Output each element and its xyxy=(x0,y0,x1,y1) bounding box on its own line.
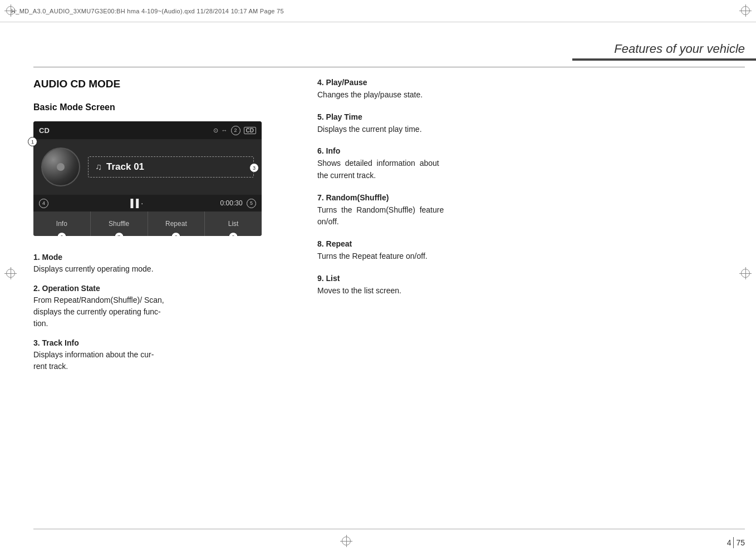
crosshair-bottom xyxy=(340,535,352,547)
title-underline xyxy=(572,58,756,61)
music-note-icon: ♫ xyxy=(95,162,102,172)
badge-1: 1 xyxy=(28,137,37,146)
crosshair-top-left xyxy=(4,4,17,17)
section-title: Features of your vehicle xyxy=(614,42,756,56)
right-label-4: 4. Play/Pause xyxy=(317,78,745,87)
main-content: AUDIO CD MODE Basic Mode Screen 1 CD ⊙ ↔… xyxy=(33,78,745,523)
menu-shuffle-label: Shuffle xyxy=(109,220,129,228)
header-filename: H_MD_A3.0_AUDIO_3XMU7G3E00:BH hma 4-109~… xyxy=(11,8,284,14)
right-text-6: Shows detailed information aboutthe curr… xyxy=(317,158,745,181)
header-bar: H_MD_A3.0_AUDIO_3XMU7G3E00:BH hma 4-109~… xyxy=(0,0,756,22)
right-label-5: 5. Play Time xyxy=(317,112,745,121)
right-text-4: Changes the play/pause state. xyxy=(317,89,745,101)
play-pause-icon: ▐▐ xyxy=(127,199,139,208)
menu-repeat[interactable]: Repeat 8 xyxy=(148,211,205,236)
desc-label-3: 3. Track Info xyxy=(33,338,295,347)
desc-text-3: Displays information about the cur-rent … xyxy=(33,349,295,372)
right-desc-8: 8. Repeat Turns the Repeat feature on/of… xyxy=(317,239,745,263)
player-menu-bar: Info 6 Shuffle 7 Repeat 8 List 9 xyxy=(33,211,262,236)
page-num: 75 xyxy=(736,538,745,547)
right-desc-9: 9. List Moves to the list screen. xyxy=(317,274,745,297)
right-desc-4: 4. Play/Pause Changes the play/pause sta… xyxy=(317,78,745,101)
desc-item-2: 2. Operation State From Repeat/Random(Sh… xyxy=(33,284,295,329)
right-text-9: Moves to the list screen. xyxy=(317,285,745,297)
left-descriptions: 1. Mode Displays currently operating mod… xyxy=(33,253,295,372)
top-rule xyxy=(33,67,745,67)
desc-label-1: 1. Mode xyxy=(33,253,295,262)
badge-8: 8 xyxy=(171,232,181,236)
play-time-display: 0:00:30 5 xyxy=(220,199,256,208)
crosshair-mid-left xyxy=(4,267,17,279)
operation-state-icon: ⊙ xyxy=(213,127,218,134)
player-screen: CD ⊙ ↔ 2 CD ♫ Track 01 xyxy=(33,121,262,236)
right-label-8: 8. Repeat xyxy=(317,239,745,248)
badge-3: 3 xyxy=(249,163,259,173)
menu-list[interactable]: List 9 xyxy=(205,211,262,236)
right-label-6: 6. Info xyxy=(317,146,745,155)
play-pause-display: ▐▐ · xyxy=(127,199,143,208)
badge-5-inline: 5 xyxy=(247,199,256,208)
bottom-rule xyxy=(33,529,745,529)
track-info-box: ♫ Track 01 xyxy=(88,156,254,178)
sub-heading: Basic Mode Screen xyxy=(33,102,295,112)
repeat-icon: ↔ xyxy=(222,127,228,134)
section-title-bar: Features of your vehicle xyxy=(572,42,756,56)
player-main: ♫ Track 01 3 xyxy=(33,139,262,195)
player-bottom-bar: 4 ▐▐ · 0:00:30 5 xyxy=(33,195,262,211)
player-topbar-icons: ⊙ ↔ 2 CD xyxy=(213,126,256,135)
play-time-value: 0:00:30 xyxy=(220,199,243,206)
desc-text-2: From Repeat/Random(Shuffle)/ Scan,displa… xyxy=(33,294,295,329)
player-mode-label: CD xyxy=(39,126,50,135)
badge-7: 7 xyxy=(114,232,124,236)
right-text-7: Turns the Random(Shuffle) featureon/off. xyxy=(317,204,745,228)
right-text-8: Turns the Repeat feature on/off. xyxy=(317,250,745,263)
desc-item-1: 1. Mode Displays currently operating mod… xyxy=(33,253,295,275)
left-column: AUDIO CD MODE Basic Mode Screen 1 CD ⊙ ↔… xyxy=(33,78,295,523)
page-number-area: 4 75 xyxy=(727,537,745,548)
badge-9: 9 xyxy=(229,232,238,236)
crosshair-top-right xyxy=(739,4,752,17)
menu-info[interactable]: Info 6 xyxy=(33,211,91,236)
menu-repeat-label: Repeat xyxy=(165,220,187,228)
right-desc-5: 5. Play Time Displays the current play t… xyxy=(317,112,745,136)
right-desc-7: 7. Random(Shuffle) Turns the Random(Shuf… xyxy=(317,193,745,228)
track-name-label: Track 01 xyxy=(106,161,144,173)
right-desc-6: 6. Info Shows detailed information about… xyxy=(317,146,745,181)
badge-4-inline: 4 xyxy=(39,199,48,208)
right-text-5: Displays the current play time. xyxy=(317,124,745,136)
badge-2: 2 xyxy=(231,126,240,135)
chapter-number: 4 xyxy=(727,538,732,547)
menu-shuffle[interactable]: Shuffle 7 xyxy=(91,211,148,236)
player-mockup: 1 CD ⊙ ↔ 2 CD ♫ xyxy=(33,121,262,236)
cd-icon-text: CD xyxy=(244,127,256,134)
page-num-divider xyxy=(733,537,734,548)
page-heading: AUDIO CD MODE xyxy=(33,78,295,90)
desc-text-1: Displays currently operating mode. xyxy=(33,263,295,275)
player-topbar: CD ⊙ ↔ 2 CD xyxy=(33,121,262,139)
cd-disc-visual xyxy=(41,147,80,186)
menu-info-label: Info xyxy=(56,220,67,228)
badge-6: 6 xyxy=(57,232,66,236)
desc-item-3: 3. Track Info Displays information about… xyxy=(33,338,295,372)
desc-label-2: 2. Operation State xyxy=(33,284,295,293)
right-label-9: 9. List xyxy=(317,274,745,283)
dot-separator: · xyxy=(141,199,143,208)
right-label-7: 7. Random(Shuffle) xyxy=(317,193,745,202)
right-column: 4. Play/Pause Changes the play/pause sta… xyxy=(317,78,745,523)
menu-list-label: List xyxy=(228,220,239,228)
